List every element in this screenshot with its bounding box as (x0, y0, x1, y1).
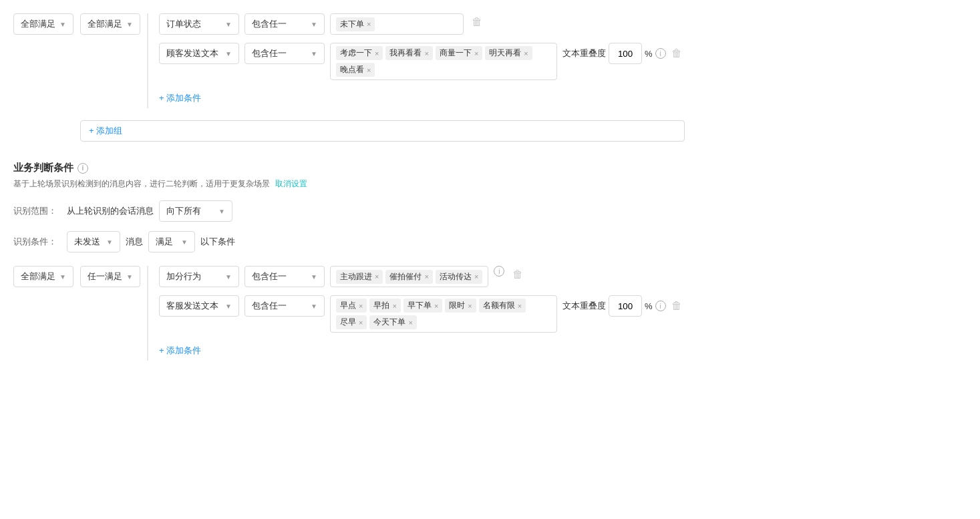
outer-satisfy-arrow: ▼ (59, 21, 66, 28)
outer-satisfy-select[interactable]: 全部满足 ▼ (13, 13, 73, 35)
biz-title: 业务判断条件 i (13, 162, 967, 174)
condition-row-1: 订单状态 ▼ 包含任一 ▼ 未下单 × (159, 13, 685, 35)
tag-close-zaodian[interactable]: × (359, 302, 363, 310)
bottom-condition-section: 全部满足 ▼ 任一满足 ▼ 加分行为 ▼ (13, 266, 967, 361)
cancel-setting-link[interactable]: 取消设置 (275, 178, 307, 190)
tag-close-cuipai[interactable]: × (424, 273, 428, 281)
tag-close-jintiaxiadan[interactable]: × (408, 319, 412, 327)
operator-dropdown-1[interactable]: 包含任一 ▼ (244, 13, 325, 35)
tag-cuipai: 催拍催付 × (385, 270, 432, 284)
inner-group: 全部满足 ▼ 订单状态 ▼ 包含任一 ▼ (80, 13, 685, 108)
density-info-icon-bottom-2[interactable]: i (655, 301, 666, 311)
bottom-operator-dropdown-2[interactable]: 包含任一 ▼ (244, 295, 325, 317)
tag-zaopai: 早拍 × (369, 299, 400, 313)
tag-close-mingtian[interactable]: × (524, 49, 528, 57)
tag-close-zaoxiadan[interactable]: × (434, 302, 438, 310)
condition-row-biz: 识别条件： 未发送 ▼ 消息 满足 ▼ 以下条件 (13, 231, 967, 252)
density-input-2[interactable] (609, 43, 642, 64)
scope-identify-row: 从上轮识别的会话消息 向下所有 ▼ (67, 200, 232, 222)
tags-container-2[interactable]: 考虑一下 × 我再看看 × 商量一下 × (330, 43, 557, 80)
tag-shangliang: 商量一下 × (436, 46, 482, 60)
bottom-condition-group: 全部满足 ▼ 任一满足 ▼ 加分行为 ▼ (13, 266, 967, 361)
tag-weixiadan: 未下单 × (336, 17, 375, 31)
tag-close-xianshi[interactable]: × (468, 302, 472, 310)
field-dropdown-2[interactable]: 顾客发送文本 ▼ (159, 43, 239, 64)
bottom-inner-satisfy-select[interactable]: 任一满足 ▼ (80, 266, 140, 287)
bottom-tags-container-1[interactable]: 主动跟进 × 催拍催付 × 活动传达 × (330, 266, 488, 287)
biz-desc: 基于上轮场景识别检测到的消息内容，进行二轮判断，适用于更复杂场景 取消设置 (13, 178, 967, 190)
delete-row-1[interactable]: 🗑 (469, 13, 485, 31)
biz-title-info-icon[interactable]: i (77, 163, 88, 174)
top-condition-group: 全部满足 ▼ 全部满足 ▼ 订单状态 ▼ (13, 13, 967, 142)
bottom-inner-group: 任一满足 ▼ 加分行为 ▼ 包含任一 ▼ (80, 266, 685, 361)
tag-wankan: 晚点看 × (336, 63, 375, 77)
bottom-inner-wrapper: 任一满足 ▼ 加分行为 ▼ 包含任一 ▼ (80, 266, 685, 361)
tag-close-wankan[interactable]: × (367, 66, 371, 74)
satisfy-dropdown-biz[interactable]: 满足 ▼ (148, 231, 195, 252)
text-density-bottom-2: 文本重叠度 % i 🗑 (562, 295, 685, 317)
inner-satisfy-select[interactable]: 全部满足 ▼ (80, 13, 140, 35)
tag-wokan: 我再看看 × (385, 46, 432, 60)
bottom-inner-satisfy-arrow: ▼ (126, 273, 133, 281)
density-info-icon-2[interactable]: i (655, 48, 666, 59)
scope-row: 识别范围： 从上轮识别的会话消息 向下所有 ▼ (13, 200, 967, 222)
tag-kaolv: 考虑一下 × (336, 46, 383, 60)
top-condition-section: 全部满足 ▼ 全部满足 ▼ 订单状态 ▼ (13, 13, 967, 142)
tag-jintiaxiadan: 今天下单 × (369, 315, 416, 329)
bottom-operator-dropdown-1[interactable]: 包含任一 ▼ (244, 266, 325, 287)
conditions-list: 订单状态 ▼ 包含任一 ▼ 未下单 × (147, 13, 685, 108)
tag-jizao: 尽早 × (336, 315, 367, 329)
tag-close-wokan[interactable]: × (424, 49, 428, 57)
tag-close-zhudong[interactable]: × (375, 273, 379, 281)
bottom-outer-satisfy-arrow: ▼ (59, 273, 66, 281)
tag-mingexian: 名额有限 × (479, 299, 526, 313)
inner-condition-wrapper: 全部满足 ▼ 订单状态 ▼ 包含任一 ▼ (80, 13, 685, 142)
bottom-condition-row-2: 客服发送文本 ▼ 包含任一 ▼ 早点 × (159, 295, 685, 333)
send-state-dropdown[interactable]: 未发送 ▼ (67, 231, 120, 252)
tags-container-1[interactable]: 未下单 × (330, 13, 464, 35)
bottom-conditions-list: 加分行为 ▼ 包含任一 ▼ 主动跟进 × (147, 266, 685, 361)
tag-mingtian: 明天再看 × (485, 46, 532, 60)
operator-dropdown-2[interactable]: 包含任一 ▼ (244, 43, 325, 64)
tag-close-kaolv[interactable]: × (375, 49, 379, 57)
bottom-condition-row-1: 加分行为 ▼ 包含任一 ▼ 主动跟进 × (159, 266, 685, 287)
tag-zaoxiadan: 早下单 × (403, 299, 442, 313)
tag-zhudong: 主动跟进 × (336, 270, 383, 284)
tag-huodong: 活动传达 × (436, 270, 482, 284)
tag-close-shangliang[interactable]: × (474, 49, 478, 57)
tag-close-weixiadan[interactable]: × (367, 20, 371, 28)
field-dropdown-1[interactable]: 订单状态 ▼ (159, 13, 239, 35)
tag-zaodian: 早点 × (336, 299, 367, 313)
inner-satisfy-arrow: ▼ (126, 21, 133, 28)
biz-section: 业务判断条件 i 基于上轮场景识别检测到的消息内容，进行二轮判断，适用于更复杂场… (13, 162, 967, 252)
bottom-field-dropdown-2[interactable]: 客服发送文本 ▼ (159, 295, 239, 317)
bottom-add-condition-btn[interactable]: + 添加条件 (159, 341, 685, 361)
bottom-outer-satisfy-select[interactable]: 全部满足 ▼ (13, 266, 73, 287)
tag-close-jizao[interactable]: × (359, 319, 363, 327)
tag-xianshi: 限时 × (445, 299, 476, 313)
tag-close-huodong[interactable]: × (474, 273, 478, 281)
density-input-bottom-2[interactable] (609, 295, 642, 317)
condition-identify-row: 未发送 ▼ 消息 满足 ▼ 以下条件 (67, 231, 235, 252)
scope-dropdown[interactable]: 向下所有 ▼ (159, 200, 232, 222)
delete-bottom-row-2[interactable]: 🗑 (669, 297, 685, 315)
tag-close-zaopai[interactable]: × (392, 302, 396, 310)
add-condition-btn[interactable]: + 添加条件 (159, 88, 685, 108)
bottom-field-dropdown-1[interactable]: 加分行为 ▼ (159, 266, 239, 287)
delete-bottom-row-1[interactable]: 🗑 (510, 266, 526, 283)
condition-row-2: 顾客发送文本 ▼ 包含任一 ▼ 考虑一下 × (159, 43, 685, 80)
bottom-tags-container-2[interactable]: 早点 × 早拍 × 早下单 × (330, 295, 557, 333)
add-group-btn[interactable]: + 添加组 (80, 120, 685, 142)
text-density-2: 文本重叠度 % i 🗑 (562, 43, 685, 64)
row1-info-icon-bottom[interactable]: i (494, 266, 504, 277)
delete-row-2[interactable]: 🗑 (669, 45, 685, 62)
tag-close-mingexian[interactable]: × (518, 302, 522, 310)
